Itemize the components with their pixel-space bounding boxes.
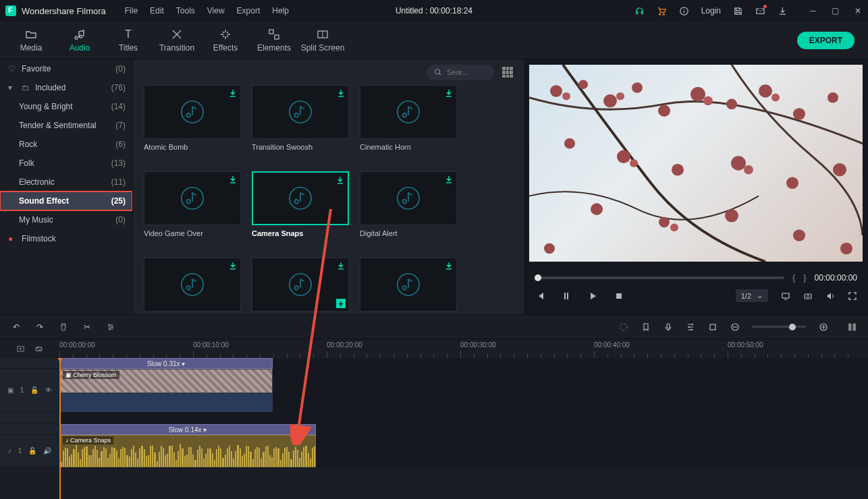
sidebar-item-filmstock[interactable]: ●Filmstock (0, 229, 132, 248)
mark-in-icon[interactable]: { (792, 272, 795, 283)
menu-tools[interactable]: Tools (176, 6, 195, 16)
menu-file[interactable]: File (125, 6, 138, 16)
asset-thumbnail[interactable] (144, 258, 241, 312)
download-icon[interactable] (228, 88, 238, 98)
track-add-icon[interactable] (16, 344, 26, 354)
play-icon[interactable] (587, 291, 597, 301)
sidebar-item-electronic[interactable]: Electronic(11) (0, 173, 132, 192)
page-selector[interactable]: 1/2⌄ (736, 289, 768, 302)
asset-thumbnail[interactable] (360, 85, 457, 139)
sidebar-item-rock[interactable]: Rock(6) (0, 135, 132, 154)
asset-thumbnail[interactable] (144, 171, 241, 225)
render-icon[interactable] (618, 322, 628, 332)
crop-icon[interactable] (707, 322, 717, 332)
download-icon[interactable] (228, 261, 238, 270)
step-back-icon[interactable] (561, 291, 571, 301)
sidebar-item-young-bright[interactable]: Young & Bright(14) (0, 97, 132, 116)
asset-item[interactable]: Transition Swoosh (252, 85, 349, 151)
download-icon[interactable] (336, 88, 346, 98)
sidebar-item-my-music[interactable]: My Music(0) (0, 210, 132, 229)
snapshot-icon[interactable] (803, 291, 813, 301)
speaker-icon[interactable]: 🔊 (43, 447, 51, 454)
volume-icon[interactable] (825, 291, 835, 301)
fullscreen-icon[interactable] (847, 291, 857, 301)
prev-frame-icon[interactable] (535, 291, 545, 301)
video-speed-clip[interactable]: Slow 0.31x ▾ (59, 358, 273, 369)
message-icon[interactable] (755, 6, 765, 16)
download-icon[interactable] (335, 175, 345, 185)
login-button[interactable]: Login (701, 6, 721, 16)
menu-export[interactable]: Export (237, 6, 261, 16)
asset-item[interactable]: +Video Game Jump (252, 258, 349, 314)
asset-thumbnail[interactable] (252, 171, 349, 225)
audio-speed-clip[interactable]: Slow 0.14x ▾ (59, 424, 316, 435)
zoom-in-icon[interactable] (818, 322, 828, 332)
download-icon[interactable] (778, 6, 788, 16)
video-track-body[interactable]: ▣ Cherry Blossom (59, 369, 868, 411)
menu-edit[interactable]: Edit (150, 6, 164, 16)
mixer-icon[interactable] (685, 322, 695, 332)
playhead[interactable] (59, 358, 61, 499)
scrubber-handle[interactable] (535, 274, 541, 281)
lock-icon[interactable]: 🔓 (30, 386, 38, 394)
zoom-knob[interactable] (789, 324, 796, 330)
asset-item[interactable]: Glass Break Explosion (360, 258, 457, 314)
audio-track-body[interactable]: ♪ Camera Snaps (59, 435, 868, 467)
sidebar-item-sound-effect[interactable]: Sound Effect(25) (0, 192, 132, 210)
asset-thumbnail[interactable] (360, 171, 457, 225)
mic-icon[interactable] (663, 322, 673, 332)
tab-audio[interactable]: Audio (55, 22, 104, 59)
display-icon[interactable] (780, 291, 790, 301)
asset-thumbnail[interactable] (252, 85, 349, 139)
preview-video[interactable] (529, 65, 863, 262)
audio-clip[interactable]: ♪ Camera Snaps (59, 435, 316, 467)
tab-transition[interactable]: Transition (153, 22, 201, 59)
tab-media[interactable]: Media (7, 22, 55, 59)
zoom-out-icon[interactable] (730, 322, 740, 332)
cart-icon[interactable] (657, 6, 667, 16)
download-icon[interactable] (336, 261, 346, 270)
asset-item[interactable]: Camera Snaps (252, 171, 349, 237)
lock-icon[interactable]: 🔓 (28, 447, 36, 454)
grid-view-icon[interactable] (502, 67, 513, 78)
mark-out-icon[interactable]: } (803, 272, 806, 283)
menu-view[interactable]: View (207, 6, 225, 16)
stop-icon[interactable] (614, 291, 624, 301)
asset-thumbnail[interactable] (360, 258, 457, 312)
sidebar-item-favorite[interactable]: ♡Favorite(0) (0, 59, 132, 78)
headset-icon[interactable] (634, 6, 645, 16)
search-input[interactable] (427, 65, 494, 80)
tab-titles[interactable]: TTitles (104, 22, 153, 59)
close-icon[interactable]: ✕ (852, 6, 863, 16)
asset-thumbnail[interactable] (144, 85, 241, 139)
download-icon[interactable] (444, 261, 454, 270)
marker-icon[interactable] (641, 322, 651, 332)
link-icon[interactable] (34, 344, 44, 354)
video-clip[interactable]: ▣ Cherry Blossom (59, 369, 273, 393)
export-button[interactable]: EXPORT (797, 32, 855, 49)
tab-elements[interactable]: Elements (250, 22, 298, 59)
asset-item[interactable]: Digital Alert (360, 171, 457, 237)
pause-stack-icon[interactable] (847, 322, 857, 332)
zoom-slider[interactable] (752, 326, 806, 328)
asset-thumbnail[interactable]: + (252, 258, 349, 312)
download-icon[interactable] (444, 88, 454, 98)
timeline-ruler[interactable]: 00:00:00:0000:00:10:0000:00:20:0000:00:3… (59, 339, 868, 358)
save-icon[interactable] (733, 6, 743, 16)
maximize-icon[interactable]: ▢ (830, 6, 840, 16)
sidebar-item-included[interactable]: ▾🗀Included(76) (0, 78, 132, 97)
cut-icon[interactable]: ✂ (82, 322, 92, 332)
asset-item[interactable]: Page Turn (144, 258, 241, 314)
info-icon[interactable] (679, 6, 689, 16)
asset-item[interactable]: Atomic Bomb (144, 85, 241, 151)
search-field[interactable] (447, 68, 487, 76)
download-icon[interactable] (444, 175, 454, 184)
tab-split-screen[interactable]: Split Screen (298, 22, 347, 59)
tab-effects[interactable]: Effects (201, 22, 250, 59)
adjust-icon[interactable] (105, 322, 115, 332)
sidebar-item-folk[interactable]: Folk(13) (0, 154, 132, 173)
asset-item[interactable]: Cinematic Horn (360, 85, 457, 151)
scrubber[interactable] (535, 276, 784, 279)
menu-help[interactable]: Help (272, 6, 289, 16)
download-icon[interactable] (228, 175, 238, 184)
